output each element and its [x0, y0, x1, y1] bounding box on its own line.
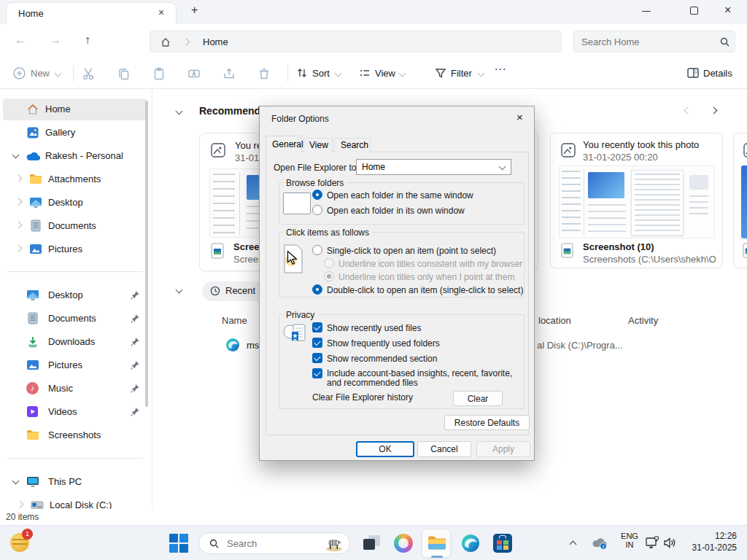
chevron-right-icon[interactable]	[15, 198, 23, 206]
share-icon[interactable]	[222, 67, 236, 80]
sidebar-item-documents-pinned[interactable]: Documents	[3, 308, 146, 330]
carousel-prev-icon[interactable]	[684, 107, 692, 114]
recommended-card[interactable]: You recently took this photo 31-01-2025 …	[550, 133, 723, 268]
sort-button[interactable]: Sort	[295, 63, 343, 85]
cancel-button[interactable]: Cancel	[417, 441, 471, 457]
tab-home[interactable]: Home ×	[6, 2, 177, 24]
sidebar-item-gallery[interactable]: Gallery	[3, 122, 146, 144]
taskbar-search-input[interactable]	[225, 536, 313, 551]
open-to-combobox[interactable]: Home	[356, 159, 511, 175]
view-button[interactable]: View	[357, 63, 406, 85]
volume-tray-icon[interactable]	[662, 536, 677, 550]
tab-view[interactable]: View	[303, 138, 333, 152]
cut-icon[interactable]	[82, 67, 96, 80]
chevron-right-icon[interactable]	[15, 222, 23, 229]
task-view-button[interactable]	[363, 535, 381, 551]
checkbox-account-insights[interactable]	[312, 368, 322, 378]
pin-icon[interactable]	[130, 337, 140, 347]
sidebar-item-downloads-pinned[interactable]: Downloads	[3, 331, 146, 353]
sidebar-item-this-pc[interactable]: This PC	[3, 471, 146, 493]
sidebar-item-music-pinned[interactable]: ♪ Music	[3, 378, 146, 400]
chevron-down-icon[interactable]	[12, 152, 20, 159]
more-options-button[interactable]: ...	[495, 60, 506, 73]
sidebar-item-onedrive-personal[interactable]: Rakesh - Personal	[3, 145, 146, 167]
radio-same-window[interactable]	[312, 190, 322, 200]
column-header-name[interactable]: Name	[222, 315, 247, 326]
dialog-close-icon[interactable]: ×	[516, 111, 523, 123]
column-header-location[interactable]: location	[538, 315, 571, 326]
checkbox-recent-files[interactable]	[312, 322, 322, 332]
window-maximize-button[interactable]	[690, 7, 698, 15]
sidebar-item-documents[interactable]: Documents	[3, 215, 146, 237]
pin-icon[interactable]	[130, 314, 140, 324]
explorer-tab-bar: Home × + ×	[0, 0, 747, 24]
chevron-down-icon[interactable]	[12, 478, 20, 485]
window-minimize-button[interactable]	[642, 11, 651, 12]
tray-expand-icon[interactable]	[570, 541, 577, 548]
recommended-collapse-icon[interactable]	[176, 108, 183, 115]
clock[interactable]: 12:26 31-01-2025	[678, 531, 737, 556]
forward-button[interactable]: →	[50, 34, 61, 47]
click-items-title: Click items as follows	[283, 228, 372, 238]
rename-icon[interactable]	[187, 67, 201, 80]
network-tray-icon[interactable]	[645, 536, 659, 550]
ok-button[interactable]: OK	[356, 441, 414, 457]
checkbox-frequent-folders[interactable]	[312, 338, 322, 348]
filter-button[interactable]: Filter	[433, 63, 486, 85]
file-explorer-button[interactable]	[422, 529, 451, 558]
taskbar-search[interactable]	[198, 532, 350, 554]
delete-icon[interactable]	[258, 67, 271, 80]
radio-own-window[interactable]	[312, 205, 322, 215]
recent-collapse-icon[interactable]	[176, 287, 183, 294]
tab-general[interactable]: General	[266, 136, 302, 152]
recommended-card-partial[interactable]	[733, 133, 747, 268]
sidebar-scrollbar[interactable]	[145, 101, 148, 407]
paste-icon[interactable]	[152, 67, 166, 80]
pin-icon[interactable]	[130, 290, 140, 300]
new-tab-button[interactable]: +	[191, 4, 198, 17]
start-button[interactable]	[169, 534, 188, 553]
column-header-activity[interactable]: Activity	[628, 315, 658, 326]
copilot-button[interactable]	[394, 534, 413, 553]
store-button[interactable]	[493, 534, 512, 553]
breadcrumb-home[interactable]: Home	[203, 36, 228, 47]
restore-defaults-button[interactable]: Restore Defaults	[444, 415, 530, 430]
chevron-right-icon[interactable]	[15, 245, 23, 252]
details-button[interactable]: Details	[684, 63, 738, 85]
tab-search[interactable]: Search	[334, 138, 371, 152]
sidebar-item-desktop-pinned[interactable]: Desktop	[3, 284, 146, 306]
sidebar-item-screenshots[interactable]: Screenshots	[3, 424, 146, 446]
onedrive-tray-icon[interactable]: i	[591, 537, 608, 550]
chevron-right-icon[interactable]	[17, 501, 24, 508]
language-indicator[interactable]: ENG IN	[617, 532, 642, 555]
edge-button[interactable]	[461, 534, 480, 553]
search-icon[interactable]	[720, 37, 729, 47]
sidebar-item-videos-pinned[interactable]: Videos	[3, 401, 146, 423]
pin-icon[interactable]	[130, 384, 140, 394]
search-input[interactable]	[580, 34, 711, 49]
apply-button[interactable]: Apply	[476, 441, 530, 457]
window-close-button[interactable]: ×	[724, 4, 731, 17]
checkbox-recommended-section[interactable]	[312, 353, 322, 363]
new-button[interactable]: New	[10, 63, 66, 85]
active-app-indicator	[431, 556, 443, 558]
radio-double-click[interactable]	[312, 284, 322, 295]
sidebar-item-pictures-pinned[interactable]: Pictures	[3, 354, 146, 376]
pin-icon[interactable]	[130, 407, 140, 417]
back-button[interactable]: ←	[15, 34, 26, 47]
tab-close-icon[interactable]: ×	[158, 7, 164, 18]
sidebar-item-home[interactable]: Home	[3, 98, 146, 120]
copy-icon[interactable]	[117, 67, 131, 80]
pin-icon[interactable]	[130, 360, 140, 370]
address-bar[interactable]: Home	[150, 31, 562, 52]
radio-single-click[interactable]	[312, 245, 322, 255]
sidebar-item-desktop[interactable]: Desktop	[3, 192, 146, 214]
carousel-next-icon[interactable]	[711, 107, 718, 114]
up-button[interactable]: ↑	[85, 34, 90, 47]
chevron-right-icon[interactable]	[15, 175, 23, 182]
sidebar-item-pictures[interactable]: Pictures	[3, 238, 146, 260]
clear-button[interactable]: Clear	[453, 391, 503, 406]
search-box[interactable]	[573, 31, 735, 52]
sidebar-item-attachments[interactable]: Attachments	[3, 168, 146, 190]
recent-pill[interactable]: Recent	[202, 281, 266, 301]
